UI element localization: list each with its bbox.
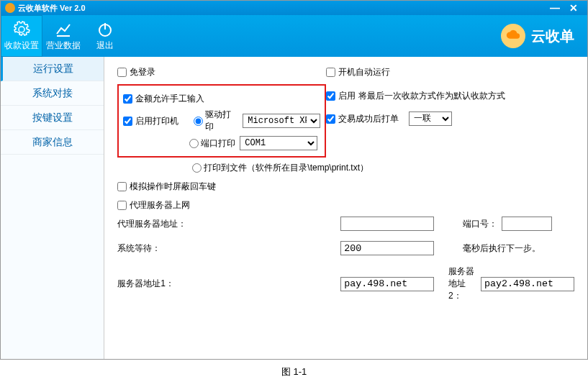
port-label: 端口号： (463, 218, 497, 230)
power-icon (96, 21, 114, 38)
close-button[interactable]: ✕ (564, 2, 583, 14)
brand-logo-icon (501, 24, 525, 48)
proxy-addr-label: 代理服务器地址： (117, 218, 186, 230)
auto-start-checkbox[interactable]: 开机自动运行 (326, 66, 390, 78)
sidebar-item-merchant-info[interactable]: 商家信息 (1, 130, 104, 155)
mask-enter-checkbox[interactable]: 模拟操作时屏蔽回车键 (117, 181, 216, 193)
toolbar: 收款设置 营业数据 退出 云收单 (1, 15, 587, 57)
port-print-radio[interactable]: 端口打印 (189, 137, 235, 150)
figure-caption: 图 1-1 (0, 365, 588, 378)
proxy-addr-input[interactable] (340, 217, 434, 231)
sys-wait-label: 系统等待： (117, 242, 160, 255)
server1-input[interactable] (340, 277, 434, 291)
free-login-checkbox[interactable]: 免登录 (117, 66, 155, 78)
titlebar: 云收单软件 Ver 2.0 — ✕ (1, 1, 587, 15)
driver-print-radio[interactable]: 驱动打印 (194, 109, 238, 133)
sys-wait-suffix: 毫秒后执行下一步。 (463, 242, 540, 255)
sidebar-item-system-dock[interactable]: 系统对接 (1, 81, 104, 106)
driver-print-select[interactable]: Microsoft XPS D (243, 114, 320, 128)
app-window: 云收单软件 Ver 2.0 — ✕ 收款设置 营业数据 退出 云收单 运行设置 … (0, 0, 588, 360)
toolbar-label: 收款设置 (4, 40, 39, 52)
gear-icon (13, 21, 30, 38)
brand: 云收单 (501, 15, 587, 57)
server1-label: 服务器地址1： (117, 278, 174, 290)
use-last-method-checkbox[interactable]: 启用 将最后一次收款方式作为默认收款方式 (326, 90, 505, 102)
sidebar-item-run-settings[interactable]: 运行设置 (1, 57, 104, 81)
sys-wait-input[interactable] (340, 241, 434, 255)
toolbar-settings-button[interactable]: 收款设置 (1, 15, 42, 57)
server2-input[interactable] (481, 277, 574, 291)
success-print-select[interactable]: 一联 (409, 111, 452, 126)
port-input[interactable] (502, 217, 552, 231)
enable-printer-checkbox[interactable]: 启用打印机 (123, 115, 188, 127)
chart-icon (55, 21, 72, 38)
server2-label: 服务器地址2： (448, 265, 476, 302)
success-print-checkbox[interactable]: 交易成功后打单 (326, 113, 399, 125)
sidebar-item-key-settings[interactable]: 按键设置 (1, 106, 104, 130)
port-print-select[interactable]: COM1 (240, 136, 317, 150)
toolbar-label: 营业数据 (46, 40, 81, 52)
content-pane: 免登录 开机自动运行 金额允许手工输入 启用打印机 驱动打印 Mi (104, 57, 587, 359)
toolbar-data-button[interactable]: 营业数据 (42, 15, 84, 57)
brand-text: 云收单 (531, 27, 574, 46)
sidebar: 运行设置 系统对接 按键设置 商家信息 (1, 57, 104, 359)
minimize-button[interactable]: — (546, 2, 564, 14)
toolbar-label: 退出 (96, 40, 114, 52)
print-to-file-radio[interactable]: 打印到文件（软件所在目录\temp\print.txt） (192, 162, 368, 174)
app-icon (5, 3, 15, 13)
manual-amount-checkbox[interactable]: 金额允许手工输入 (123, 93, 204, 105)
proxy-online-checkbox[interactable]: 代理服务器上网 (117, 199, 190, 211)
highlight-box: 金额允许手工输入 启用打印机 驱动打印 Microsoft XPS D 端口打印… (117, 84, 326, 158)
window-title: 云收单软件 Ver 2.0 (18, 3, 86, 14)
toolbar-exit-button[interactable]: 退出 (84, 15, 126, 57)
